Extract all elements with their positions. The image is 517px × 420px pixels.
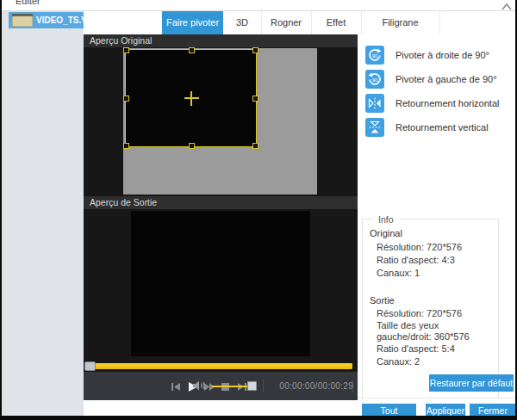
rotate-options-panel: 90 Pivoter à droite de 90° 90 Pivoter à … (358, 34, 515, 398)
skip-end-icon[interactable] (236, 380, 247, 396)
divider (263, 380, 264, 392)
window-border (0, 416, 517, 420)
video-thumbnail (12, 14, 33, 27)
media-list-sidebar: VIDEO_TS.V... (2, 11, 84, 416)
output-video-frame (131, 211, 310, 356)
window-border (0, 0, 2, 420)
edit-dialog: Éditer VIDEO_TS.V... Faire pivoter 3D Ro… (0, 0, 517, 420)
crop-handle[interactable] (252, 47, 258, 53)
volume-handle[interactable] (247, 381, 257, 391)
transport-bar: 00:00:00/00:00:29 (84, 372, 358, 400)
info-legend: Info (373, 214, 399, 225)
info-original-resolution: Résolution: 720*576 (377, 242, 462, 252)
crop-handle[interactable] (123, 47, 129, 53)
restore-default-button[interactable]: Restaurer par défaut (429, 374, 514, 392)
preview-column: Aperçu Original Aperçu de Sortie (84, 34, 358, 400)
info-original-channels: Canaux: 1 (377, 268, 420, 278)
tab-effet[interactable]: Effet (311, 11, 362, 34)
tab-faire-pivoter[interactable]: Faire pivoter (162, 11, 223, 34)
sidebar-item-video[interactable]: VIDEO_TS.V... (9, 12, 84, 28)
dialog-titlebar: Éditer (2, 0, 515, 11)
rotate-left-icon[interactable]: 90 (365, 70, 384, 89)
flip-horizontal-label[interactable]: Retournement horizontal (396, 94, 499, 113)
volume-icon[interactable] (192, 380, 206, 395)
rotate-right-row: 90 Pivoter à droite de 90° (365, 46, 512, 65)
seek-handle[interactable] (84, 361, 96, 371)
tab-filigrane[interactable]: Filigrane (361, 11, 440, 34)
info-original-aspect: Ratio d'aspect: 4:3 (377, 255, 455, 265)
crop-handle[interactable] (252, 143, 258, 149)
time-display: 00:00:00/00:00:29 (279, 372, 353, 400)
info-output-heading: Sortie (370, 295, 395, 306)
info-output-resolution: Résolution: 720*576 (377, 308, 462, 318)
flip-vertical-icon[interactable] (365, 118, 384, 137)
rotate-left-label[interactable]: Pivoter à gauche de 90° (396, 70, 497, 89)
panel-separator (358, 398, 515, 398)
crop-handle[interactable] (189, 47, 195, 53)
skip-start-icon[interactable] (171, 380, 182, 396)
rotate-left-row: 90 Pivoter à gauche de 90° (365, 70, 512, 89)
flip-vertical-row: Retournement vertical (365, 118, 512, 137)
seek-track[interactable] (87, 363, 352, 369)
crop-center-crosshair (190, 91, 192, 106)
info-original-heading: Original (370, 228, 402, 238)
dialog-title: Éditer (16, 0, 40, 6)
chevron-up-icon[interactable] (501, 0, 513, 11)
stop-icon[interactable] (221, 380, 230, 396)
info-groupbox: Info Original Résolution: 720*576 Ratio … (362, 219, 499, 398)
original-preview-title: Aperçu Original (84, 34, 358, 47)
output-preview-title: Aperçu de Sortie (84, 196, 358, 209)
crop-handle[interactable] (189, 143, 195, 149)
crop-selection-box[interactable] (125, 49, 257, 147)
info-output-channels: Canaux: 2 (377, 356, 420, 367)
info-output-eye-size: Taille des yeux gauche/droit: 360*576 (377, 320, 487, 343)
svg-text:90: 90 (372, 77, 378, 83)
tab-rogner[interactable]: Rogner (261, 11, 312, 34)
edit-tabbar: Faire pivoter 3D Rogner Effet Filigrane (84, 11, 515, 35)
rotate-right-icon[interactable]: 90 (365, 46, 384, 65)
crop-handle[interactable] (252, 96, 258, 102)
flip-horizontal-row: Retournement horizontal (365, 94, 512, 113)
svg-text:90: 90 (372, 53, 378, 59)
crop-handle[interactable] (123, 143, 129, 149)
info-output-aspect: Ratio d'aspect: 5:4 (377, 343, 455, 354)
flip-vertical-label[interactable]: Retournement vertical (396, 118, 489, 137)
tab-3d[interactable]: 3D (223, 11, 262, 34)
flip-horizontal-icon[interactable] (365, 94, 384, 113)
rotate-right-label[interactable]: Pivoter à droite de 90° (396, 46, 489, 65)
crop-handle[interactable] (123, 96, 129, 102)
